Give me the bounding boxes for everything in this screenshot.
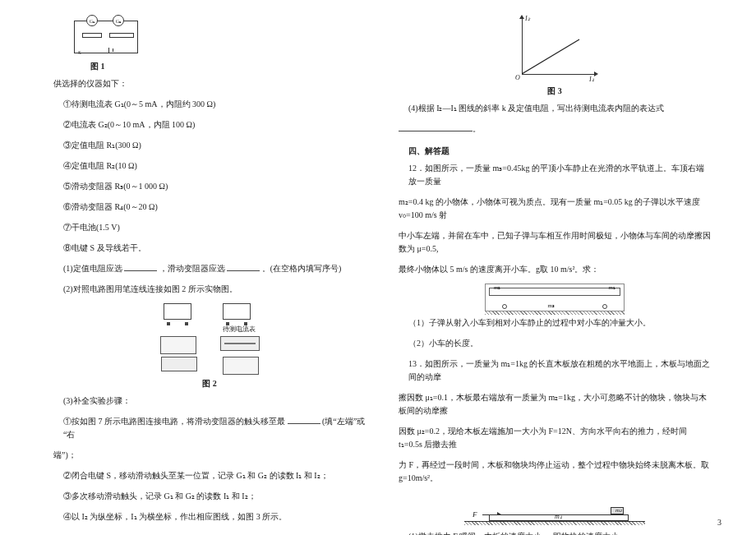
instrument-item: ⑧电键 S 及导线若干。 [53, 242, 366, 255]
p12-line: m₂=0.4 kg 的小物体，小物体可视为质点。现有一质量 m₁=0.05 kg… [399, 196, 711, 222]
label-m1: m₁ [555, 513, 562, 520]
p12-q2: （2）小车的长度。 [399, 337, 711, 350]
chart-line-icon [522, 31, 588, 74]
instrument-item: ②电流表 G₂(0～10 mA，内阻 100 Ω) [53, 118, 366, 131]
blank-expression[interactable] [399, 123, 472, 131]
page: G₁ G₂ S 图 1 供选择的仪器如下： ①待测电流表 G₁(0～5 mA，内… [0, 0, 756, 535]
figure-2-apparatus: 待测电流表 [148, 303, 271, 375]
figure-3-caption: 图 3 [399, 85, 711, 97]
q3-step1-pre: ①按如图 7 所示电路图连接电路，将滑动变阻器的触头移至最 [63, 417, 285, 426]
apparatus-resistor [160, 336, 196, 354]
figure-1-caption: 图 1 [53, 61, 366, 72]
q3-step4: ④以 I₂ 为纵坐标，I₁ 为横坐标，作出相应图线，如图 3 所示。 [53, 510, 366, 523]
diagram-plank: F m₁ m₂ [464, 492, 645, 525]
p12-line: 中小车左端，并留在车中，已知子弹与车相互作用时间极短，小物体与车间的动摩擦因数为… [399, 229, 711, 256]
axis-y-label: I₂ [525, 15, 530, 22]
instrument-item: ⑦干电池(1.5 V) [53, 221, 366, 234]
q3-step3: ③多次移动滑动触头，记录 G₁ 和 G₂ 的读数 I₁ 和 I₂； [53, 490, 366, 503]
axis-origin-label: O [515, 74, 520, 81]
blank-fixed-resistor[interactable] [124, 263, 157, 271]
figure-1-circuit: G₁ G₂ S [70, 16, 144, 58]
instrument-item: ③定值电阻 R₁(300 Ω) [53, 139, 366, 152]
instrument-item: ⑥滑动变阻器 R₄(0～20 Ω) [53, 201, 366, 214]
p13-line: 13．如图所示，一质量为 m₁=1kg 的长直木板放在粗糙的水平地面上，木板与地… [399, 357, 711, 384]
p13-q1: (1)撤去推力 F 瞬间，木板的速度大小 v₁ 即物块的速度大小 v₂； [399, 530, 711, 535]
q1-line: (1)定值电阻应选 ，滑动变阻器应选 。(在空格内填写序号) [53, 262, 366, 275]
q4-blank-line: 。 [399, 122, 711, 136]
meter-label: 待测电流表 [223, 325, 256, 334]
p12-line: 最终小物体以 5 m/s 的速度离开小车。g取 10 m/s²。求： [399, 263, 711, 276]
section-4-heading: 四、解答题 [399, 145, 711, 157]
p12-q1: （1）子弹从射入小车到相对小车静止的过程中对小车的冲量大小。 [399, 316, 711, 330]
q1-mid: ，滑动变阻器应选 [159, 264, 225, 273]
blank-rheostat[interactable] [227, 263, 260, 271]
q3-step1-post: 端”)； [53, 449, 366, 462]
label-m2: m₂ [494, 284, 500, 291]
apparatus-ammeter-g1 [164, 303, 191, 334]
label-F: F [472, 510, 477, 519]
instrument-item: ⑤滑动变阻器 R₃(0～1 000 Ω) [53, 180, 366, 193]
q3-step2: ②闭合电键 S，移动滑动触头至某一位置，记录 G₁ 和 G₂ 的读数 I₁ 和 … [53, 469, 366, 482]
apparatus-ammeter-g2: 待测电流表 [223, 303, 256, 334]
p13-line: 擦因数 μ₁=0.1，木板最右端放有一质量为 m₂=1kg，大小可忽略不计的物块… [399, 391, 711, 417]
q4-text: (4)根据 I₂—I₁ 图线的斜率 k 及定值电阻，写出待测电流表内阻的表达式 [408, 104, 664, 113]
q2-line: (2)对照电路图用笔连线连接如图 2 所示实物图。 [53, 283, 366, 296]
q3-head: (3)补全实验步骤： [53, 394, 366, 408]
force-arrow-icon: F [472, 510, 477, 519]
p13-line: 力 F，再经过一段时间，木板和物块均停止运动，整个过程中物块始终未脱离木板。取 … [399, 459, 711, 485]
instrument-item: ④定值电阻 R₂(10 Ω) [53, 159, 366, 173]
page-number: 3 [717, 518, 721, 527]
label-m1: m₁ [609, 284, 615, 291]
q4-line: (4)根据 I₂—I₁ 图线的斜率 k 及定值电阻，写出待测电流表内阻的表达式 [399, 102, 711, 115]
left-column: G₁ G₂ S 图 1 供选择的仪器如下： ①待测电流表 G₁(0～5 mA，内… [45, 16, 382, 519]
q1-pre: (1)定值电阻应选 [63, 264, 122, 273]
apparatus-switch [161, 357, 197, 371]
figure-2-caption: 图 2 [53, 378, 366, 390]
apparatus-rheostat [220, 336, 260, 351]
p13-line: 因数 μ₂=0.2，现给木板左端施加一大小为 F=12N、方向水平向右的推力，经… [399, 425, 711, 451]
p12-line: 12．如图所示，一质量 m₃=0.45kg 的平顶小车静止在光滑的水平轨道上。车… [399, 162, 711, 188]
apparatus-battery [223, 357, 259, 375]
label-m3: m₃ [548, 302, 555, 309]
label-m2: m₂ [615, 507, 622, 514]
svg-line-0 [522, 39, 579, 74]
blank-slider-end[interactable] [288, 416, 320, 424]
instrument-item: ①待测电流表 G₁(0～5 mA，内阻约 300 Ω) [53, 98, 366, 111]
q3-step1: ①按如图 7 所示电路图连接电路，将滑动变阻器的触头移至最 (填“左端”或“右 [53, 415, 366, 441]
right-column: O I₂ I₁ 图 3 (4)根据 I₂—I₁ 图线的斜率 k 及定值电阻，写出… [382, 16, 719, 519]
q1-post: 。(在空格内填写序号) [262, 264, 342, 273]
instruments-intro: 供选择的仪器如下： [53, 77, 366, 90]
axis-x-label: I₁ [589, 76, 594, 83]
diagram-cart: m₂ m₁ m₃ [485, 284, 625, 311]
figure-3-chart: O I₂ I₁ [505, 16, 604, 82]
